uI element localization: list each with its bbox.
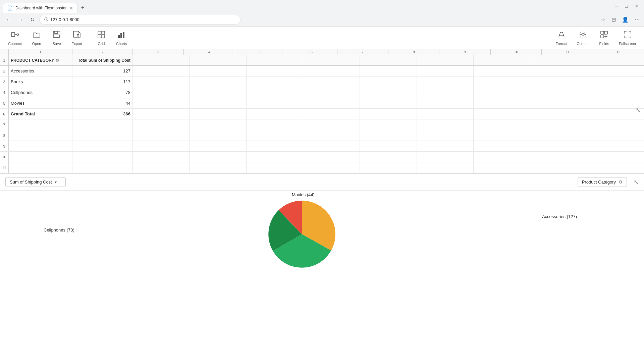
reading-list-btn[interactable]: ⊟ (611, 16, 616, 23)
options-icon (579, 30, 587, 41)
row-num-6: 6 (0, 109, 9, 119)
svg-rect-16 (601, 31, 604, 34)
svg-rect-5 (54, 35, 59, 38)
grid-tool[interactable]: Grid (92, 29, 111, 47)
category-settings-icon[interactable]: ⚙ (55, 58, 59, 63)
empty-row-7: 7 (0, 119, 644, 130)
category-cell-cellphones: Cellphones (9, 87, 72, 98)
row-num-3: 3 (0, 76, 9, 87)
empty-row-10: 10 (0, 152, 644, 162)
category-cell-grandtotal: Grand Total (9, 109, 72, 119)
bookmark-star-btn[interactable]: ☆ (601, 16, 605, 23)
tab-title: Dashboard with Flexmonster (15, 6, 67, 10)
fullscreen-tool[interactable]: Fullscreen (615, 29, 640, 47)
col-header-11: 11 (542, 49, 593, 55)
pie-label-cellphones: Cellphones (78) (44, 227, 74, 233)
connect-tool[interactable]: Connect (4, 29, 26, 47)
options-tool[interactable]: Options (573, 29, 593, 47)
chart-corner-arrow-btn[interactable]: ⤡ (634, 178, 639, 186)
table-row[interactable]: 4 Cellphones 78 (0, 87, 644, 98)
svg-rect-10 (102, 35, 105, 38)
header-cell-shipping: Total Sum of Shipping Cost (72, 55, 133, 65)
chart-section: Sum of Shipping Cost ▾ Product Category … (0, 173, 644, 274)
header-cell-3 (133, 55, 190, 65)
grid-icon (97, 30, 106, 41)
svg-rect-17 (604, 31, 607, 34)
reload-btn[interactable]: ↻ (28, 15, 37, 24)
header-cell-10 (530, 55, 587, 65)
tab-close-btn[interactable]: ✕ (69, 6, 73, 10)
value-cell-cellphones: 78 (72, 87, 133, 98)
connect-icon (10, 30, 19, 41)
svg-point-2 (17, 34, 19, 36)
header-cell-6 (303, 55, 360, 65)
grid-body: 1 PRODUCT CATEGORY ⚙ Total Sum of Shippi… (0, 55, 644, 173)
minimize-btn[interactable]: ─ (615, 3, 619, 9)
col-header-9: 9 (439, 49, 490, 55)
fields-tool[interactable]: Fields (595, 29, 613, 47)
corner-arrow-btn[interactable]: ⤡ (636, 106, 641, 114)
table-row[interactable]: 3 Books 117 (0, 76, 644, 87)
forward-btn[interactable]: → (16, 15, 25, 24)
url-bar[interactable]: ⓘ 127.0.0.1:8000 (39, 15, 240, 24)
header-cell-7 (360, 55, 417, 65)
grid-label: Grid (98, 42, 105, 46)
empty-row-8: 8 (0, 130, 644, 141)
pie-label-accessories: Accessories (127) (542, 214, 577, 219)
menu-btn[interactable]: ⋯ (635, 16, 640, 23)
pie-chart (252, 197, 392, 274)
export-icon (72, 30, 81, 41)
toolbar-divider-1 (89, 31, 89, 45)
table-row[interactable]: 6 Grand Total 366 (0, 109, 644, 119)
save-label: Save (52, 42, 61, 46)
empty-row-11: 11 (0, 162, 644, 173)
pie-label-movies: Movies (44) (292, 192, 315, 197)
row-num-1: 1 (0, 55, 9, 65)
chart-canvas: Movies (44) Accessories (127) Cellphones… (0, 191, 644, 274)
open-tool[interactable]: Open (27, 29, 46, 47)
table-row[interactable]: 2 Accessories 127 (0, 66, 644, 76)
open-icon (32, 30, 41, 41)
fullscreen-label: Fullscreen (619, 42, 636, 46)
charts-label: Charts (116, 42, 127, 46)
header-cell-4 (190, 55, 246, 65)
new-tab-btn[interactable]: + (78, 3, 88, 13)
toolbar-right: Format Options Fields (551, 29, 640, 47)
maximize-btn[interactable]: □ (625, 3, 628, 9)
browser-tab[interactable]: 📄 Dashboard with Flexmonster ✕ (3, 3, 78, 13)
col-header-5: 5 (235, 49, 286, 55)
format-tool[interactable]: Format (551, 29, 571, 47)
back-btn[interactable]: ← (4, 15, 13, 24)
export-tool[interactable]: Export (67, 29, 86, 47)
value-cell-books: 117 (72, 76, 133, 87)
svg-point-15 (582, 33, 584, 36)
header-cell-5 (247, 55, 303, 65)
close-btn[interactable]: ✕ (635, 3, 639, 9)
grid-wrapper: 1 2 3 4 5 6 7 8 9 10 11 12 ⤡ 1 PRODUCT C… (0, 49, 644, 173)
svg-rect-11 (118, 35, 120, 38)
svg-rect-0 (11, 33, 15, 37)
dimension-btn[interactable]: Product Category ⚙ (578, 177, 627, 187)
col-header-4: 4 (184, 49, 235, 55)
table-row[interactable]: 5 Movies 44 (0, 98, 644, 109)
header-cell-category: PRODUCT CATEGORY ⚙ (9, 55, 72, 65)
charts-tool[interactable]: Charts (112, 29, 131, 47)
options-label: Options (577, 42, 589, 46)
profile-btn[interactable]: 👤 (622, 16, 629, 23)
measure-dropdown[interactable]: Sum of Shipping Cost ▾ (5, 177, 66, 187)
category-cell-accessories: Accessories (9, 66, 72, 76)
dimension-label: Product Category (582, 179, 616, 185)
main-toolbar: Connect Open Save Export (0, 27, 644, 49)
svg-rect-12 (120, 33, 122, 38)
svg-rect-9 (98, 35, 101, 38)
empty-row-9: 9 (0, 141, 644, 152)
save-tool[interactable]: Save (47, 29, 66, 47)
row-num-header (0, 49, 9, 55)
col-header-7: 7 (337, 49, 388, 55)
col-header-6: 6 (286, 49, 337, 55)
value-cell-grandtotal: 366 (72, 109, 133, 119)
tab-favicon: 📄 (7, 5, 13, 11)
dimension-settings-icon[interactable]: ⚙ (619, 179, 623, 185)
save-icon (52, 30, 61, 41)
row-num-5: 5 (0, 98, 9, 108)
